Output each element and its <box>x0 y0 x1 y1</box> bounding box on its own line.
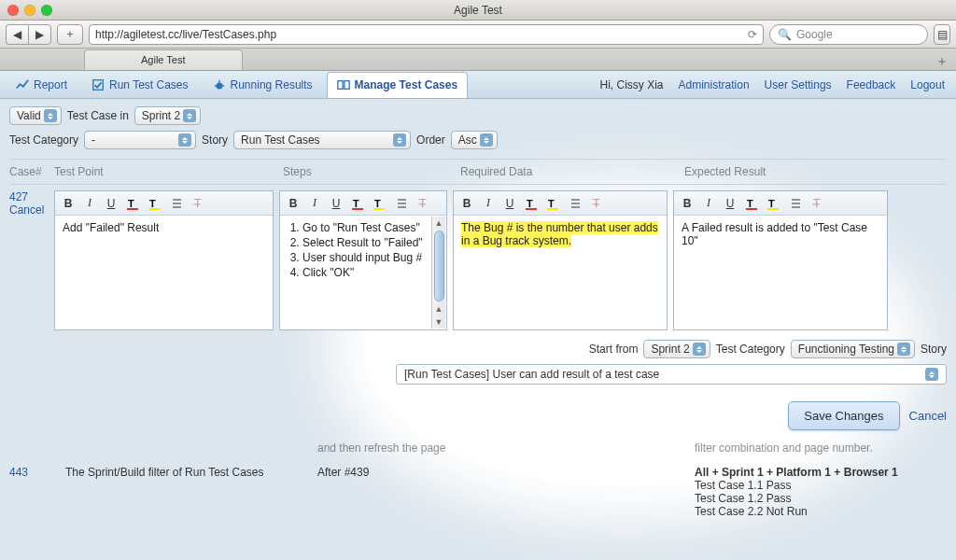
order-dropdown[interactable]: Asc <box>451 131 498 149</box>
link-logout[interactable]: Logout <box>905 78 950 91</box>
back-button[interactable]: ◀ <box>6 24 28 45</box>
list-button[interactable] <box>168 196 183 211</box>
steps-editor: B I U T T T̶ Go to "Run Test Cases"Selec… <box>279 190 447 330</box>
story-select-value: [Run Test Cases] User can add result of … <box>404 368 659 381</box>
list-button[interactable] <box>567 196 582 211</box>
col-header-case: Case# <box>9 165 54 178</box>
clear-format-button[interactable]: T̶ <box>808 196 823 211</box>
link-feedback[interactable]: Feedback <box>841 78 902 91</box>
ghost-expected: All + Sprint 1 + Platform 1 + Browser 1 … <box>695 466 947 518</box>
link-administration[interactable]: Administration <box>673 78 755 91</box>
highlight-button[interactable]: T <box>766 196 780 211</box>
save-button[interactable]: Save Changes <box>788 401 899 430</box>
list-button[interactable] <box>787 196 802 211</box>
svg-rect-5 <box>337 81 342 90</box>
ghost-expected-line: Test Case 1.2 Pass <box>695 492 947 505</box>
dropdown-value: Functioning Testing <box>798 343 894 356</box>
search-field[interactable]: 🔍 Google <box>769 24 928 45</box>
nav-tab-manage[interactable]: Manage Test Cases <box>327 72 469 98</box>
forward-button[interactable]: ▶ <box>28 24 51 45</box>
new-tab-button[interactable]: ＋ <box>934 53 950 70</box>
list-button[interactable] <box>393 196 408 211</box>
editor-body[interactable]: The Bug # is the number that user adds i… <box>454 216 667 329</box>
svg-rect-17 <box>373 208 385 210</box>
table-header: Case# Test Point Steps Required Data Exp… <box>9 160 947 185</box>
italic-button[interactable]: I <box>481 196 496 211</box>
filter-row-2: Test Category - Story Run Test Cases Ord… <box>9 131 947 149</box>
italic-button[interactable]: I <box>701 196 716 211</box>
scroll-thumb[interactable] <box>434 231 444 301</box>
svg-rect-10 <box>148 208 160 210</box>
story-dropdown[interactable]: Run Test Cases <box>233 131 411 149</box>
editor-scrollbar[interactable]: ▲ ▲ ▼ <box>431 217 445 329</box>
scroll-down-icon[interactable]: ▼ <box>435 315 443 329</box>
highlight-button[interactable]: T <box>147 196 162 211</box>
editor-toolbar: B I U T T T̶ <box>674 191 887 216</box>
search-icon: 🔍 <box>778 28 792 41</box>
cancel-link[interactable]: Cancel <box>909 409 947 423</box>
case-cancel-link[interactable]: Cancel <box>9 203 49 217</box>
window-minimize-button[interactable] <box>24 5 35 16</box>
link-user-settings[interactable]: User Settings <box>759 78 837 91</box>
italic-button[interactable]: I <box>307 196 322 211</box>
clear-format-button[interactable]: T̶ <box>190 196 204 211</box>
editor-body[interactable]: A Failed result is added to "Test Case 1… <box>674 216 887 329</box>
nav-tab-report[interactable]: Report <box>6 72 77 98</box>
col-header-req: Required Data <box>460 165 684 178</box>
clear-format-button[interactable]: T̶ <box>588 196 603 211</box>
lower-controls: Start from Sprint 2 Test Category Functi… <box>9 340 947 358</box>
add-bookmark-button[interactable]: ＋ <box>57 24 83 45</box>
case-number-link[interactable]: 443 <box>9 466 47 479</box>
scroll-down-icon[interactable]: ▲ <box>435 302 443 315</box>
url-bar[interactable]: http://agiletest.cc/live/TestCases.php ⟳ <box>89 24 764 45</box>
status-dropdown[interactable]: Valid <box>9 106 62 125</box>
svg-rect-24 <box>547 208 558 210</box>
reload-icon[interactable]: ⟳ <box>748 28 757 41</box>
underline-button[interactable]: U <box>104 196 119 211</box>
svg-text:T: T <box>374 198 381 209</box>
filter-label: Test Category <box>9 133 78 147</box>
text-color-button[interactable]: T <box>125 196 140 211</box>
chevron-updown-icon <box>480 133 493 147</box>
text-color-button[interactable]: T <box>744 196 759 211</box>
bold-button[interactable]: B <box>286 196 301 211</box>
editor-highlighted-text: The Bug # is the number that user adds i… <box>461 221 658 247</box>
page-menu-button[interactable]: ▤ <box>934 24 950 45</box>
editor-body[interactable]: Go to "Run Test Cases"Select Result to "… <box>280 216 446 329</box>
bold-button[interactable]: B <box>680 196 695 211</box>
dropdown-value: - <box>91 133 95 147</box>
start-from-dropdown[interactable]: Sprint 2 <box>643 340 710 358</box>
expected-result-editor: B I U T T T̶ A Failed result is added to… <box>673 190 888 330</box>
table-row: and then refresh the page filter combina… <box>9 436 947 460</box>
underline-button[interactable]: U <box>329 196 344 211</box>
sprint-dropdown[interactable]: Sprint 2 <box>134 106 201 125</box>
clear-format-button[interactable]: T̶ <box>415 196 429 211</box>
category-dropdown[interactable]: - <box>84 131 196 149</box>
case-number-link[interactable]: 427 <box>9 190 49 203</box>
underline-button[interactable]: U <box>502 196 517 211</box>
svg-rect-8 <box>127 208 138 210</box>
underline-button[interactable]: U <box>723 196 738 211</box>
text-color-button[interactable]: T <box>350 196 365 211</box>
svg-text:T: T <box>128 198 134 209</box>
nav-tab-running[interactable]: Running Results <box>203 72 323 98</box>
svg-text:T: T <box>149 198 156 209</box>
bold-button[interactable]: B <box>61 196 76 211</box>
chevron-updown-icon <box>897 343 910 356</box>
bold-button[interactable]: B <box>459 196 474 211</box>
browser-tab[interactable]: Agile Test <box>84 49 243 70</box>
editor-toolbar: B I U T T T̶ <box>280 191 446 216</box>
highlight-button[interactable]: T <box>545 196 560 211</box>
nav-tab-run[interactable]: Run Test Cases <box>81 72 199 98</box>
highlight-button[interactable]: T <box>372 196 387 211</box>
italic-button[interactable]: I <box>82 196 97 211</box>
window-zoom-button[interactable] <box>41 5 52 16</box>
story-select[interactable]: [Run Test Cases] User can add result of … <box>396 364 947 385</box>
svg-text:T: T <box>747 198 753 209</box>
scroll-up-icon[interactable]: ▲ <box>435 217 443 230</box>
table-row: 427 Cancel B I U T T T̶ Add "Failed" Res… <box>9 185 947 330</box>
editor-body[interactable]: Add "Failed" Result <box>55 216 273 329</box>
window-close-button[interactable] <box>7 5 19 16</box>
test-category-dropdown[interactable]: Functioning Testing <box>791 340 915 358</box>
text-color-button[interactable]: T <box>524 196 539 211</box>
